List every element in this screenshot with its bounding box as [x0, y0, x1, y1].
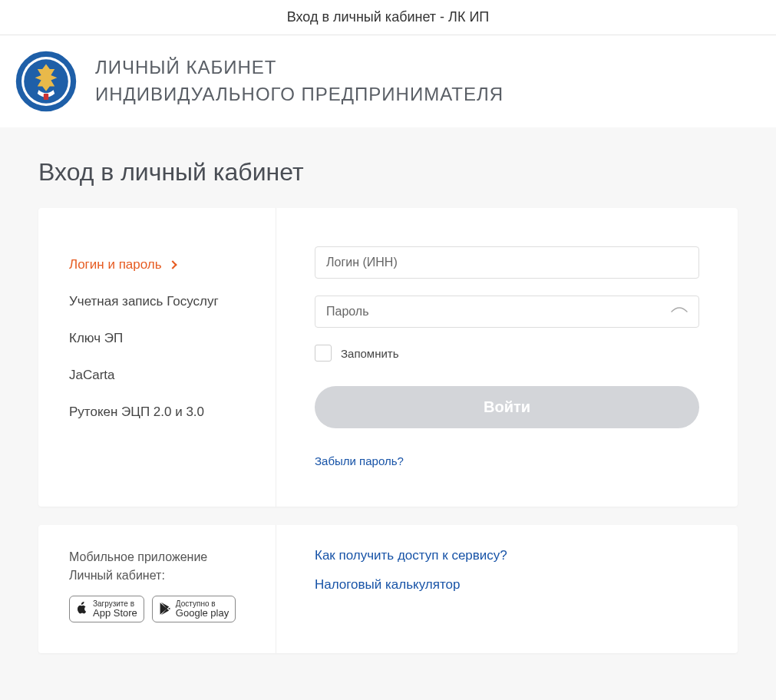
- header-line1: ЛИЧНЫЙ КАБИНЕТ: [95, 57, 276, 78]
- info-card: Мобильное приложение Личный кабинет: Заг…: [38, 525, 738, 653]
- window-title: Вход в личный кабинет - ЛК ИП: [0, 0, 776, 35]
- method-rutoken[interactable]: Рутокен ЭЦП 2.0 и 3.0: [69, 394, 245, 431]
- help-access-link[interactable]: Как получить доступ к сервису?: [315, 548, 699, 563]
- apple-icon: [76, 602, 88, 617]
- login-input[interactable]: [315, 246, 699, 279]
- remember-checkbox[interactable]: [315, 345, 332, 362]
- header-title: ЛИЧНЫЙ КАБИНЕТ ИНДИВИДУАЛЬНОГО ПРЕДПРИНИ…: [95, 54, 504, 108]
- tax-calculator-link[interactable]: Налоговый калькулятор: [315, 577, 699, 593]
- submit-button[interactable]: Войти: [315, 386, 699, 428]
- header-line2: ИНДИВИДУАЛЬНОГО ПРЕДПРИНИМАТЕЛЯ: [95, 84, 504, 104]
- google-play-button[interactable]: Доступно в Google play: [152, 596, 236, 622]
- login-form: Запомнить Войти Забыли пароль?: [276, 208, 738, 507]
- forgot-password-link[interactable]: Забыли пароль?: [315, 454, 404, 467]
- method-jacarta[interactable]: JaCarta: [69, 357, 245, 394]
- mobile-title-line1: Мобильное приложение: [69, 550, 207, 563]
- remember-label: Запомнить: [341, 347, 399, 360]
- password-input[interactable]: [315, 296, 699, 328]
- chevron-right-icon: [169, 260, 177, 269]
- method-label: JaCarta: [69, 368, 115, 382]
- auth-method-panel: Логин и пароль Учетная запись Госуслуг К…: [38, 208, 276, 507]
- appstore-bottom: App Store: [93, 608, 137, 619]
- method-label: Ключ ЭП: [69, 331, 123, 345]
- method-esignature-key[interactable]: Ключ ЭП: [69, 320, 245, 357]
- gplay-bottom: Google play: [176, 608, 229, 619]
- method-gosuslugi[interactable]: Учетная запись Госуслуг: [69, 283, 245, 320]
- method-login-password[interactable]: Логин и пароль: [69, 246, 245, 283]
- page-title: Вход в личный кабинет: [38, 158, 738, 187]
- method-label: Логин и пароль: [69, 257, 162, 272]
- show-password-icon[interactable]: [670, 303, 688, 323]
- login-card: Логин и пароль Учетная запись Госуслуг К…: [38, 208, 738, 507]
- svg-rect-3: [44, 94, 48, 100]
- mobile-app-panel: Мобильное приложение Личный кабинет: Заг…: [38, 525, 276, 653]
- fns-logo: [15, 51, 77, 112]
- mobile-title-line2: Личный кабинет:: [69, 569, 165, 582]
- help-panel: Как получить доступ к сервису? Налоговый…: [276, 525, 738, 653]
- method-label: Рутокен ЭЦП 2.0 и 3.0: [69, 404, 204, 419]
- mobile-app-title: Мобильное приложение Личный кабинет:: [69, 548, 245, 585]
- app-store-button[interactable]: Загрузите в App Store: [69, 596, 144, 622]
- google-play-icon: [159, 602, 171, 617]
- site-header: ЛИЧНЫЙ КАБИНЕТ ИНДИВИДУАЛЬНОГО ПРЕДПРИНИ…: [0, 35, 776, 127]
- method-label: Учетная запись Госуслуг: [69, 294, 219, 309]
